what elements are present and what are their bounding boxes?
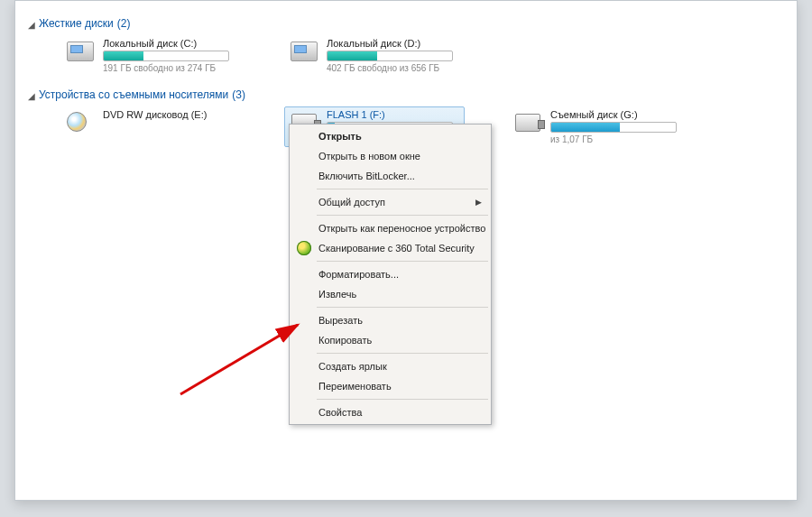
drive-c[interactable]: Локальный диск (C:) 191 ГБ свободно из 2… <box>60 35 241 76</box>
capacity-bar <box>327 51 453 61</box>
drive-dvd[interactable]: DVD RW дисковод (E:) <box>60 106 241 139</box>
menu-item-properties[interactable]: Свойства <box>291 402 489 422</box>
capacity-bar <box>550 122 677 133</box>
hdd-row: Локальный диск (C:) 191 ГБ свободно из 2… <box>60 35 784 76</box>
menu-item-eject[interactable]: Извлечь <box>291 284 489 304</box>
capacity-bar <box>103 51 229 61</box>
submenu-arrow-icon: ▶ <box>475 198 482 207</box>
menu-item-open[interactable]: Открыть <box>291 126 489 146</box>
drive-label: DVD RW дисковод (E:) <box>103 109 236 120</box>
collapse-icon: ◢ <box>28 91 35 101</box>
menu-item-open-portable[interactable]: Открыть как переносное устройство <box>291 218 489 238</box>
hdd-icon <box>289 38 319 65</box>
context-menu: Открыть Открыть в новом окне Включить Bi… <box>289 124 492 425</box>
menu-item-label: Общий доступ <box>318 197 385 208</box>
drive-status: из 1,07 ГБ <box>550 134 684 144</box>
drive-status: 402 ГБ свободно из 656 ГБ <box>327 63 460 73</box>
drive-d[interactable]: Локальный диск (D:) 402 ГБ свободно из 6… <box>284 35 465 76</box>
menu-item-label: Сканирование с 360 Total Security <box>318 243 475 254</box>
menu-item-open-new-window[interactable]: Открыть в новом окне <box>291 146 489 166</box>
menu-item-create-shortcut[interactable]: Создать ярлык <box>291 356 489 376</box>
drive-label: Локальный диск (C:) <box>103 38 236 49</box>
menu-item-sharing[interactable]: Общий доступ ▶ <box>291 192 489 212</box>
usb-icon <box>512 109 543 136</box>
menu-item-copy[interactable]: Копировать <box>291 330 489 350</box>
drive-label: Съемный диск (G:) <box>550 109 684 120</box>
menu-item-scan-360[interactable]: Сканирование с 360 Total Security <box>291 238 489 258</box>
menu-item-cut[interactable]: Вырезать <box>291 310 489 330</box>
menu-separator <box>317 189 488 189</box>
group-count-hdd: (2) <box>117 17 131 30</box>
drive-label: Локальный диск (D:) <box>327 38 460 49</box>
menu-separator <box>317 215 488 216</box>
menu-separator <box>317 307 488 308</box>
group-header-removable[interactable]: ◢ Устройства со съемными носителями (3) <box>28 88 784 101</box>
menu-separator <box>317 353 488 354</box>
total-security-icon <box>297 241 311 255</box>
drive-g[interactable]: Съемный диск (G:) из 1,07 ГБ <box>508 106 688 147</box>
collapse-icon: ◢ <box>28 20 35 30</box>
hdd-icon <box>65 38 96 65</box>
menu-item-rename[interactable]: Переименовать <box>291 376 489 396</box>
drive-status: 191 ГБ свободно из 274 ГБ <box>103 63 236 73</box>
group-title-hdd: Жесткие диски <box>39 17 114 30</box>
menu-item-format[interactable]: Форматировать... <box>291 264 489 284</box>
menu-separator <box>317 261 488 262</box>
menu-item-bitlocker[interactable]: Включить BitLocker... <box>291 166 489 186</box>
dvd-icon <box>65 109 96 136</box>
group-count-removable: (3) <box>232 88 245 101</box>
group-title-removable: Устройства со съемными носителями <box>39 88 228 101</box>
menu-separator <box>317 399 488 400</box>
drive-label: FLASH 1 (F:) <box>327 109 460 120</box>
group-header-hdd[interactable]: ◢ Жесткие диски (2) <box>28 17 784 30</box>
